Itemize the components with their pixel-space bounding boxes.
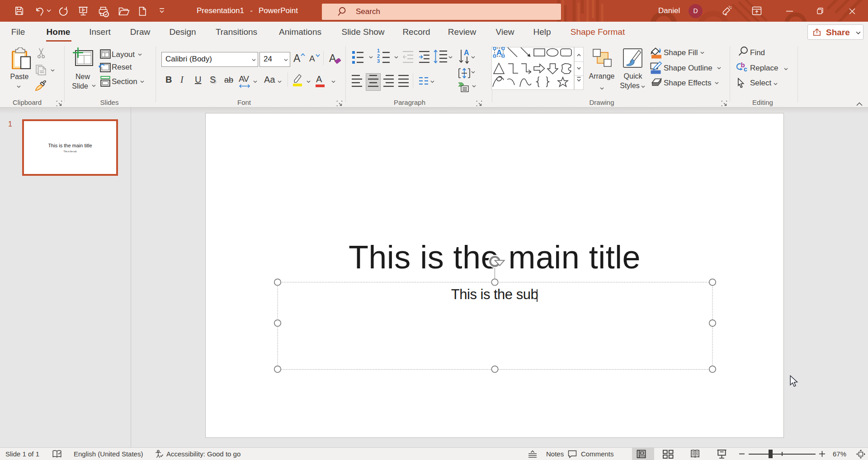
- svg-text:c: c: [744, 66, 747, 72]
- svg-text:A: A: [496, 48, 502, 57]
- svg-text:A: A: [464, 49, 469, 56]
